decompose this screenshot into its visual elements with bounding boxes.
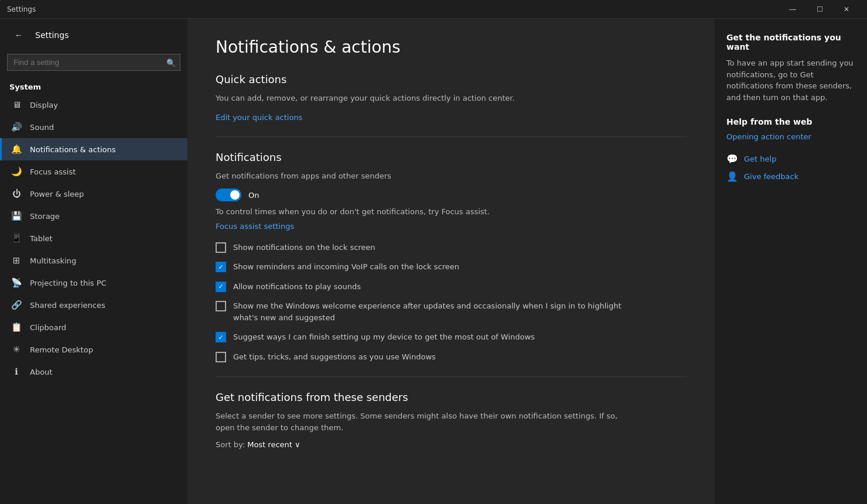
notifications-title: Notifications [216,151,687,163]
focus-assist-settings-link[interactable]: Focus assist settings [216,222,294,231]
get-help-row: 💬 Get help [726,153,855,164]
sidebar-item-sound[interactable]: 🔊 Sound [0,116,187,138]
notifications-toggle[interactable] [216,188,241,201]
tablet-icon: 📱 [11,233,22,244]
give-feedback-icon: 👤 [726,170,738,182]
search-box: 🔍 [7,54,180,71]
sidebar-item-tablet[interactable]: 📱 Tablet [0,227,187,249]
quick-actions-title: Quick actions [216,73,687,85]
checkbox-sounds-label: Allow notifications to play sounds [233,281,361,293]
page-title: Notifications & actions [216,37,687,57]
checkbox-sounds: Allow notifications to play sounds [216,281,626,293]
sort-chevron-icon: ∨ [295,440,301,449]
sidebar-item-focus-assist[interactable]: 🌙 Focus assist [0,160,187,183]
projecting-icon: 📡 [11,277,22,288]
power-icon: ⏻ [11,188,22,199]
sidebar-item-label-about: About [30,368,52,376]
checkbox-voip: Show reminders and incoming VoIP calls o… [216,261,626,273]
checkbox-welcome-input[interactable] [216,301,226,311]
sidebar-item-remote-desktop[interactable]: ✳ Remote Desktop [0,338,187,361]
titlebar: Settings — ☐ ✕ [0,0,867,19]
checkbox-setup-input[interactable] [216,332,226,342]
multitasking-icon: ⊞ [11,255,22,266]
help-from-web-title: Help from the web [726,117,855,126]
give-feedback-row: 👤 Give feedback [726,170,855,182]
sidebar-item-display[interactable]: 🖥 Display [0,94,187,116]
divider-2 [216,376,687,377]
minimize-button[interactable]: — [779,0,806,19]
remote-icon: ✳ [11,344,22,355]
opening-action-center-link[interactable]: Opening action center [726,132,855,141]
sidebar-item-label-storage: Storage [30,212,60,221]
sidebar-item-clipboard[interactable]: 📋 Clipboard [0,316,187,338]
notifications-icon: 🔔 [11,144,22,155]
help-title: Get the notifications you want [726,33,855,52]
get-help-icon: 💬 [726,153,738,164]
checkbox-tips-input[interactable] [216,352,226,362]
sidebar-item-multitasking[interactable]: ⊞ Multitasking [0,249,187,272]
focus-assist-icon: 🌙 [11,166,22,177]
help-desc: To have an app start sending you notific… [726,57,855,103]
sort-row: Sort by: Most recent ∨ [216,440,687,449]
sidebar-item-label-power: Power & sleep [30,190,84,198]
sidebar-item-shared-experiences[interactable]: 🔗 Shared experiences [0,294,187,316]
sidebar-item-label-multitasking: Multitasking [30,256,76,265]
close-button[interactable]: ✕ [833,0,860,19]
titlebar-title: Settings [7,5,779,13]
checkbox-voip-label: Show reminders and incoming VoIP calls o… [233,261,459,273]
notifications-toggle-label: Get notifications from apps and other se… [216,170,626,182]
search-icon: 🔍 [166,58,176,67]
sidebar-item-label-projecting: Projecting to this PC [30,279,107,287]
sidebar-item-storage[interactable]: 💾 Storage [0,205,187,227]
divider-1 [216,136,687,137]
sidebar-item-label-focus: Focus assist [30,167,76,176]
senders-title: Get notifications from these senders [216,391,687,403]
back-button[interactable]: ← [9,26,28,44]
quick-actions-desc: You can add, remove, or rearrange your q… [216,92,626,104]
checkbox-lock-screen: Show notifications on the lock screen [216,242,626,253]
sidebar-item-label-notifications: Notifications & actions [30,145,116,154]
checkbox-setup-label: Suggest ways I can finish setting up my … [233,331,535,343]
sidebar-item-label-remote: Remote Desktop [30,345,93,354]
checkbox-setup: Suggest ways I can finish setting up my … [216,331,626,343]
sidebar-item-label-sound: Sound [30,123,54,132]
checkbox-tips: Get tips, tricks, and suggestions as you… [216,351,626,363]
sidebar-item-label-clipboard: Clipboard [30,323,66,332]
toggle-thumb [230,190,240,200]
sidebar-section-label: System [0,78,187,94]
sidebar: ← Settings 🔍 System 🖥 Display 🔊 Sound 🔔 … [0,19,187,504]
checkbox-welcome-label: Show me the Windows welcome experience a… [233,300,626,323]
search-input[interactable] [7,54,180,71]
sidebar-item-notifications[interactable]: 🔔 Notifications & actions [0,138,187,160]
sidebar-item-power-sleep[interactable]: ⏻ Power & sleep [0,183,187,205]
shared-icon: 🔗 [11,300,22,310]
clipboard-icon: 📋 [11,322,22,332]
sidebar-item-label-tablet: Tablet [30,234,53,243]
checkbox-tips-label: Get tips, tricks, and suggestions as you… [233,351,436,363]
senders-desc: Select a sender to see more settings. So… [216,410,626,433]
app-body: ← Settings 🔍 System 🖥 Display 🔊 Sound 🔔 … [0,19,867,504]
storage-icon: 💾 [11,211,22,221]
focus-assist-note: To control times when you do or don't ge… [216,206,626,218]
sidebar-item-projecting[interactable]: 📡 Projecting to this PC [0,272,187,294]
sort-value-text: Most recent [247,440,292,449]
get-help-link[interactable]: Get help [744,155,776,163]
sidebar-item-label-display: Display [30,101,58,109]
about-icon: ℹ [11,366,22,377]
checkbox-voip-input[interactable] [216,262,226,272]
give-feedback-link[interactable]: Give feedback [744,172,798,181]
display-icon: 🖥 [11,100,22,110]
notifications-toggle-row: On [216,188,687,201]
edit-quick-actions-link[interactable]: Edit your quick actions [216,113,302,122]
checkbox-welcome: Show me the Windows welcome experience a… [216,300,626,323]
checkbox-lock-screen-input[interactable] [216,242,226,253]
spacer-1 [216,231,687,242]
main-content: Notifications & actions Quick actions Yo… [187,19,715,504]
sort-value-link[interactable]: Most recent ∨ [247,440,300,449]
sidebar-item-label-shared: Shared experiences [30,301,105,310]
sound-icon: 🔊 [11,122,22,132]
maximize-button[interactable]: ☐ [806,0,833,19]
checkbox-sounds-input[interactable] [216,282,226,292]
sidebar-item-about[interactable]: ℹ About [0,361,187,383]
right-panel: Get the notifications you want To have a… [715,19,867,504]
